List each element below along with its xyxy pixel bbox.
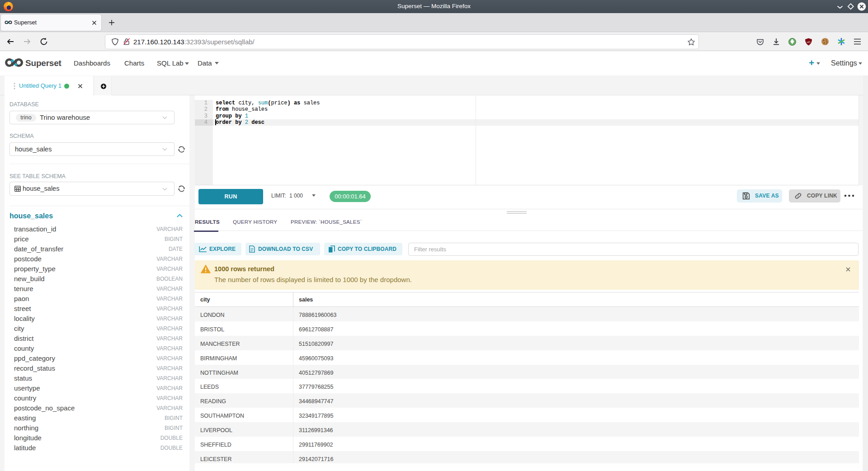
svg-text:uO: uO [807,41,810,43]
